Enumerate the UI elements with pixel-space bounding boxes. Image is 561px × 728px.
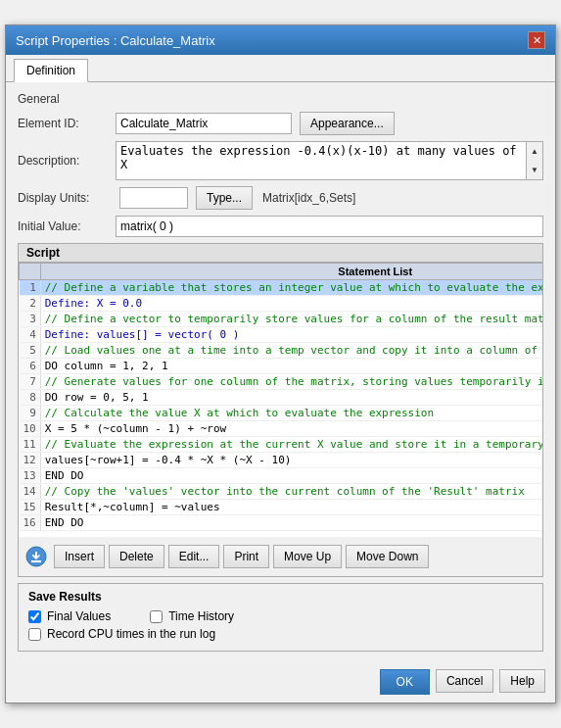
dialog-title: Script Properties : Calculate_Matrix [16, 33, 215, 48]
initial-value-input[interactable] [116, 216, 543, 237]
line-number: 12 [20, 453, 41, 468]
cancel-button[interactable]: Cancel [436, 669, 493, 693]
line-number: 13 [20, 468, 41, 484]
display-units-label: Display Units: [18, 191, 116, 205]
script-header: Script [19, 244, 542, 263]
col-statement-header: Statement List [40, 264, 542, 280]
type-button[interactable]: Type... [196, 186, 253, 210]
line-number: 5 [20, 343, 41, 359]
line-number: 7 [20, 374, 41, 390]
col-num-header [20, 264, 41, 280]
table-row[interactable]: 5// Load values one at a time into a tem… [20, 343, 543, 359]
move-up-button[interactable]: Move Up [273, 545, 342, 568]
line-number: 10 [20, 421, 41, 437]
delete-button[interactable]: Delete [109, 545, 164, 568]
initial-value-row: Initial Value: [18, 216, 543, 237]
description-row: Description: Evaluates the expression -0… [18, 141, 543, 180]
title-bar: Script Properties : Calculate_Matrix ✕ [6, 25, 555, 55]
table-row[interactable]: 3// Define a vector to temporarily store… [20, 312, 543, 327]
script-table: Statement List 1// Define a variable tha… [19, 263, 542, 531]
element-id-input[interactable] [116, 113, 292, 134]
help-button[interactable]: Help [499, 669, 545, 693]
units-display: Matrix[idx_6,Sets] [262, 191, 355, 205]
code-line: X = 5 * (~column - 1) + ~row [40, 421, 542, 437]
table-row[interactable]: 13 END DO [20, 468, 543, 484]
line-number: 11 [20, 437, 41, 453]
table-row[interactable]: 16END DO [20, 515, 543, 531]
code-line: END DO [40, 515, 542, 531]
description-input[interactable]: Evaluates the expression -0.4(x)(x-10) a… [116, 141, 527, 180]
scroll-down-btn[interactable]: ▼ [527, 161, 542, 179]
final-values-checkbox[interactable] [28, 610, 41, 623]
description-wrapper: Evaluates the expression -0.4(x)(x-10) a… [116, 141, 543, 180]
download-icon-button[interactable] [23, 543, 50, 570]
code-line: values[~row+1] = -0.4 * ~X * (~X - 10) [40, 453, 542, 468]
final-values-label: Final Values [47, 609, 111, 623]
table-row[interactable]: 7 // Generate values for one column of t… [20, 374, 543, 390]
record-cpu-checkbox[interactable] [28, 628, 41, 641]
general-label: General [18, 92, 543, 106]
time-history-row: Time History [150, 609, 234, 623]
code-line: // Load values one at a time into a temp… [40, 343, 542, 359]
code-line: Result[*,~column] = ~values [40, 500, 542, 515]
units-input[interactable] [119, 187, 188, 209]
code-line: // Define a variable that stores an inte… [40, 280, 542, 296]
edit-button[interactable]: Edit... [168, 545, 220, 568]
dialog-body: General Element ID: Appearance... Descri… [6, 82, 555, 661]
code-line: // Evaluate the expression at the curren… [40, 437, 542, 453]
line-number: 14 [20, 484, 41, 500]
table-row[interactable]: 6DO column = 1, 2, 1 [20, 359, 543, 374]
insert-button[interactable]: Insert [54, 545, 105, 568]
script-section: Script Statement List 1// Define a varia… [18, 243, 543, 577]
element-id-row: Element ID: Appearance... [18, 112, 543, 135]
table-row[interactable]: 1// Define a variable that stores an int… [20, 280, 543, 296]
line-number: 6 [20, 359, 41, 374]
time-history-checkbox[interactable] [150, 610, 163, 623]
table-row[interactable]: 11 // Evaluate the expression at the cur… [20, 437, 543, 453]
save-results-section: Save Results Final Values Time History R… [18, 583, 543, 652]
scroll-up-btn[interactable]: ▲ [527, 142, 542, 161]
time-history-label: Time History [168, 609, 234, 623]
table-row[interactable]: 8 DO row = 0, 5, 1 [20, 390, 543, 406]
table-row[interactable]: 10 X = 5 * (~column - 1) + ~row [20, 421, 543, 437]
line-number: 9 [20, 406, 41, 421]
script-buttons: Insert Delete Edit... Print Move Up Move… [19, 537, 542, 576]
code-line: Define: values[] = vector( 0 ) [40, 327, 542, 343]
table-row[interactable]: 4Define: values[] = vector( 0 ) [20, 327, 543, 343]
line-number: 3 [20, 312, 41, 327]
table-row[interactable]: 14 // Copy the 'values' vector into the … [20, 484, 543, 500]
line-number: 15 [20, 500, 41, 515]
ok-button[interactable]: OK [380, 669, 430, 695]
table-row[interactable]: 15 Result[*,~column] = ~values [20, 500, 543, 515]
code-line: END DO [40, 468, 542, 484]
appearance-button[interactable]: Appearance... [300, 112, 395, 135]
element-id-label: Element ID: [18, 117, 116, 130]
description-label: Description: [18, 154, 116, 168]
tab-bar: Definition [6, 55, 555, 82]
download-icon [25, 546, 47, 567]
print-button[interactable]: Print [223, 545, 269, 568]
line-number: 1 [20, 280, 41, 296]
bottom-buttons: OK Cancel Help [6, 661, 555, 703]
code-line: DO column = 1, 2, 1 [40, 359, 542, 374]
dialog: Script Properties : Calculate_Matrix ✕ D… [5, 24, 556, 704]
description-scrollbar: ▲ ▼ [527, 141, 543, 180]
script-table-wrapper[interactable]: Statement List 1// Define a variable tha… [19, 263, 542, 537]
record-cpu-row: Record CPU times in the run log [28, 627, 533, 641]
table-row[interactable]: 12 values[~row+1] = -0.4 * ~X * (~X - 10… [20, 453, 543, 468]
move-down-button[interactable]: Move Down [346, 545, 429, 568]
tab-definition[interactable]: Definition [14, 59, 88, 82]
line-number: 8 [20, 390, 41, 406]
code-line: DO row = 0, 5, 1 [40, 390, 542, 406]
table-row[interactable]: 9 // Calculate the value X at which to e… [20, 406, 543, 421]
code-line: // Generate values for one column of the… [40, 374, 542, 390]
initial-value-label: Initial Value: [18, 219, 116, 233]
line-number: 16 [20, 515, 41, 531]
line-number: 2 [20, 296, 41, 312]
record-cpu-label: Record CPU times in the run log [47, 627, 215, 641]
table-row[interactable]: 2Define: X = 0.0 [20, 296, 543, 312]
final-values-row: Final Values [28, 609, 111, 623]
close-button[interactable]: ✕ [528, 31, 545, 49]
save-results-header: Save Results [28, 590, 533, 604]
code-line: Define: X = 0.0 [40, 296, 542, 312]
